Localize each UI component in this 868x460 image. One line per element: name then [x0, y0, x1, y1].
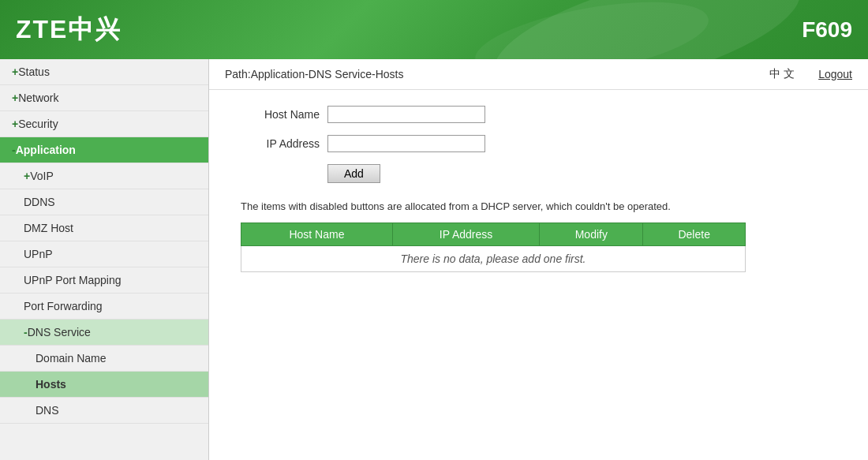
logo: ZTE中兴: [16, 13, 122, 47]
sidebar-item-upnp-portmapping[interactable]: UPnP Port Mapping: [0, 267, 208, 294]
form-area: Host Name IP Address Add The items with …: [209, 90, 868, 288]
sidebar-item-network[interactable]: +Network: [0, 85, 208, 111]
sidebar: +Status +Network +Security -Application …: [0, 59, 209, 460]
hostname-label: Host Name: [241, 108, 320, 121]
sidebar-item-ddns[interactable]: DDNS: [0, 189, 208, 215]
add-button-row: Add: [327, 164, 836, 183]
sidebar-item-application[interactable]: -Application: [0, 137, 208, 163]
ddns-label: DDNS: [24, 196, 55, 208]
portforwarding-label: Port Forwarding: [24, 300, 103, 312]
sidebar-item-status[interactable]: +Status: [0, 59, 208, 85]
security-label: +Security: [12, 118, 58, 130]
content-area: Path:Application-DNS Service-Hosts 中 文 L…: [209, 59, 868, 460]
sidebar-item-portforwarding[interactable]: Port Forwarding: [0, 294, 208, 320]
table-header-row: Host Name IP Address Modify Delete: [241, 223, 746, 245]
sidebar-item-security[interactable]: +Security: [0, 111, 208, 137]
application-label: -Application: [12, 144, 76, 156]
path-actions: 中 文 Logout: [769, 67, 852, 81]
dmzhost-label: DMZ Host: [24, 222, 73, 234]
sidebar-item-hosts[interactable]: Hosts: [0, 372, 208, 398]
empty-message: There is no data, please add one first.: [241, 245, 746, 271]
dns-label: DNS: [36, 404, 59, 417]
col-modify: Modify: [540, 223, 643, 245]
header: ZTE中兴 F609: [0, 0, 868, 59]
ip-input[interactable]: [327, 135, 485, 152]
sidebar-item-upnp[interactable]: UPnP: [0, 241, 208, 267]
add-button[interactable]: Add: [327, 164, 380, 183]
hosts-label: Hosts: [36, 378, 66, 391]
sidebar-item-dmzhost[interactable]: DMZ Host: [0, 215, 208, 241]
breadcrumb: Path:Application-DNS Service-Hosts: [225, 68, 403, 80]
main-layout: +Status +Network +Security -Application …: [0, 59, 868, 460]
domainname-label: Domain Name: [36, 352, 106, 365]
model-number: F609: [802, 17, 852, 43]
hostname-row: Host Name: [241, 106, 836, 123]
upnp-portmapping-label: UPnP Port Mapping: [24, 274, 121, 286]
sidebar-item-domainname[interactable]: Domain Name: [0, 346, 208, 372]
hosts-table: Host Name IP Address Modify Delete There…: [241, 223, 746, 272]
ip-label: IP Address: [241, 137, 320, 150]
sidebar-item-dnsservice[interactable]: -DNS Service: [0, 320, 208, 346]
ipaddress-row: IP Address: [241, 135, 836, 152]
hostname-input[interactable]: [327, 106, 485, 123]
path-bar: Path:Application-DNS Service-Hosts 中 文 L…: [209, 59, 868, 90]
status-label: +Status: [12, 65, 50, 78]
notice-text: The items with disabled buttons are allo…: [241, 199, 836, 215]
network-label: +Network: [12, 92, 59, 104]
language-link[interactable]: 中 文: [769, 67, 795, 81]
logout-link[interactable]: Logout: [818, 68, 852, 80]
sidebar-item-dns[interactable]: DNS: [0, 398, 208, 424]
col-ipaddress: IP Address: [392, 223, 539, 245]
voip-label: +VoIP: [24, 170, 54, 182]
col-hostname: Host Name: [241, 223, 393, 245]
dnsservice-label: -DNS Service: [24, 326, 91, 338]
upnp-label: UPnP: [24, 248, 53, 260]
table-empty-row: There is no data, please add one first.: [241, 245, 746, 271]
sidebar-item-voip[interactable]: +VoIP: [0, 163, 208, 189]
col-delete: Delete: [643, 223, 746, 245]
